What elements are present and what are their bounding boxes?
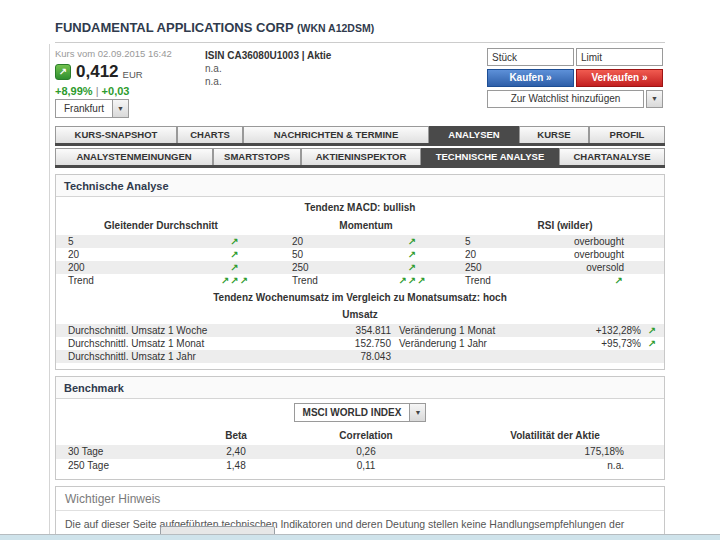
tab-smartstops[interactable]: SMARTSTOPS <box>213 148 301 165</box>
benchmark-index-select[interactable]: MSCI WORLD INDEX ▼ <box>294 403 427 422</box>
exchange-select-value: Frankfurt <box>56 100 112 117</box>
header-correlation: Correlation <box>286 430 446 441</box>
correlation-value: 0,26 <box>286 445 446 459</box>
price-up-icon: ↗ <box>55 64 71 80</box>
stock-detail-page: FUNDAMENTAL APPLICATIONS CORP (WKN A12DS… <box>0 0 720 540</box>
umsatz-row: Durchschnittl. Umsatz 1 Jahr 78.043 <box>56 350 664 363</box>
benchmark-column-headers: Beta Correlation Volatilität der Aktie <box>56 426 664 445</box>
rsi-value: overbought <box>535 235 664 248</box>
umsatz-label: Durchschnittl. Umsatz 1 Jahr <box>56 350 306 363</box>
price-currency: EUR <box>123 69 143 80</box>
secondary-tab-underline <box>55 165 665 168</box>
benchmark-period: 30 Tage <box>56 445 186 459</box>
benchmark-section: Benchmark MSCI WORLD INDEX ▼ Beta Correl… <box>55 376 665 480</box>
umsatz-header: Umsatz <box>56 307 664 324</box>
rsi-period: 250 <box>465 261 535 274</box>
trade-panel: Kaufen » Verkaufen » Zur Watchlist hinzu… <box>487 48 665 108</box>
sell-button[interactable]: Verkaufen » <box>576 69 663 87</box>
exchange-select[interactable]: Frankfurt ▼ <box>55 99 129 118</box>
umsatz-value: 78.043 <box>306 350 391 363</box>
tab-technische-analyse[interactable]: TECHNISCHE ANALYSE <box>421 148 559 165</box>
benchmark-period: 250 Tage <box>56 459 186 473</box>
tab-analystenmeinungen[interactable]: ANALYSTENMEINUNGEN <box>55 148 213 165</box>
tab-aktieninspektor[interactable]: AKTIENINSPEKTOR <box>301 148 421 165</box>
umsatz-row: Durchschnittl. Umsatz 1 Monat 152.750 Ve… <box>56 337 664 350</box>
momentum-period: 50 <box>265 248 360 261</box>
rsi-period: 20 <box>465 248 535 261</box>
add-to-watchlist-button[interactable]: Zur Watchlist hinzufügen <box>487 90 644 108</box>
veraenderung-label: Veränderung 1 Jahr <box>391 337 551 350</box>
tab-charts[interactable]: CHARTS <box>177 126 243 143</box>
rsi-trend-arrow-icon: ↗ <box>535 274 664 287</box>
main-content: FUNDAMENTAL APPLICATIONS CORP (WKN A12DS… <box>55 0 665 540</box>
empty-header <box>56 430 186 441</box>
weekly-volume-value: hoch <box>483 292 507 303</box>
change-percent: +8,99% <box>55 85 93 97</box>
macd-label: Tendenz MACD: <box>305 202 381 213</box>
change-absolute: +0,03 <box>102 85 130 97</box>
isin-line: ISIN CA36080U1003 | Aktie <box>205 50 331 61</box>
primary-tabs: KURS-SNAPSHOT CHARTS NACHRICHTEN & TERMI… <box>55 126 665 168</box>
watchlist-row: Zur Watchlist hinzufügen ▼ <box>487 90 665 108</box>
tab-nachrichten-termine[interactable]: NACHRICHTEN & TERMINE <box>243 126 429 143</box>
empty-cell <box>391 350 551 363</box>
indicator-column-headers: Gleitender Durchschnitt Momentum RSI (wi… <box>56 217 664 235</box>
chevron-down-icon[interactable]: ▼ <box>112 100 128 117</box>
tab-kurs-snapshot[interactable]: KURS-SNAPSHOT <box>55 126 177 143</box>
tab-chartanalyse[interactable]: CHARTANALYSE <box>559 148 665 165</box>
na-line-1: n.a. <box>205 63 331 74</box>
empty-cell <box>551 350 641 363</box>
section-bottom-padding <box>56 473 664 479</box>
umsatz-label: Durchschnittl. Umsatz 1 Woche <box>56 324 306 337</box>
indicator-row: Trend ↗↗↗ Trend ↗↗↗ Trend ↗ <box>56 274 664 287</box>
momentum-trend-arrow-icon: ↗ <box>360 235 465 248</box>
wkn-suffix: (WKN A12DSM) <box>297 22 374 34</box>
veraenderung-arrow-icon: ↗ <box>641 337 664 350</box>
volatility-value: n.a. <box>446 459 664 473</box>
disclaimer-title: Wichtiger Hinweis <box>56 487 664 511</box>
macd-tendency-line: Tendenz MACD: bullish <box>56 197 664 217</box>
tab-kurse[interactable]: KURSE <box>519 126 589 143</box>
correlation-value: 0,11 <box>286 459 446 473</box>
umsatz-label: Durchschnittl. Umsatz 1 Monat <box>56 337 306 350</box>
momentum-trend-arrow-icon: ↗ <box>360 248 465 261</box>
content-left-border <box>49 44 50 536</box>
secondary-tab-row: ANALYSTENMEINUNGEN SMARTSTOPS AKTIENINSP… <box>55 148 665 165</box>
stueck-input[interactable] <box>487 48 574 66</box>
order-buttons: Kaufen » Verkaufen » <box>487 69 665 87</box>
change-separator: | <box>96 85 99 97</box>
watchlist-dropdown-icon[interactable]: ▼ <box>646 90 663 108</box>
rsi-trend-label: Trend <box>465 274 535 287</box>
benchmark-title: Benchmark <box>56 377 664 399</box>
header-rsi: RSI (wilder) <box>466 220 664 231</box>
technical-analysis-title: Technische Analyse <box>56 175 664 197</box>
title-divider <box>55 42 665 43</box>
order-inputs <box>487 48 665 66</box>
price-value: 0,412 <box>76 62 119 82</box>
indicator-row: 5 ↗ 20 ↗ 5 overbought <box>56 235 664 248</box>
header-momentum: Momentum <box>266 220 466 231</box>
benchmark-row: 30 Tage 2,40 0,26 175,18% <box>56 445 664 459</box>
rsi-period: 5 <box>465 235 535 248</box>
disclaimer-section: Wichtiger Hinweis Die auf dieser Seite a… <box>55 486 665 540</box>
technical-analysis-section: Technische Analyse Tendenz MACD: bullish… <box>55 174 665 370</box>
veraenderung-label: Veränderung 1 Monat <box>391 324 551 337</box>
gd-trend-arrow-icon: ↗ <box>205 261 265 274</box>
chevron-down-icon[interactable]: ▼ <box>409 404 425 421</box>
rsi-value: overbought <box>535 248 664 261</box>
beta-value: 1,48 <box>186 459 286 473</box>
na-line-2: n.a. <box>205 76 331 87</box>
benchmark-row: 250 Tage 1,48 0,11 n.a. <box>56 459 664 473</box>
gd-period: 20 <box>56 248 205 261</box>
tab-profil[interactable]: PROFIL <box>589 126 665 143</box>
beta-value: 2,40 <box>186 445 286 459</box>
macd-value: bullish <box>383 202 415 213</box>
buy-button[interactable]: Kaufen » <box>487 69 574 87</box>
limit-input[interactable] <box>576 48 663 66</box>
benchmark-index-value: MSCI WORLD INDEX <box>295 404 410 421</box>
weekly-volume-tendency-line: Tendenz Wochenumsatz im Vergleich zu Mon… <box>56 287 664 307</box>
tab-analysen[interactable]: ANALYSEN <box>429 126 519 143</box>
gd-trend-arrow-icon: ↗ <box>205 235 265 248</box>
momentum-trend-label: Trend <box>265 274 360 287</box>
bottom-scroll-bar[interactable] <box>0 534 720 540</box>
